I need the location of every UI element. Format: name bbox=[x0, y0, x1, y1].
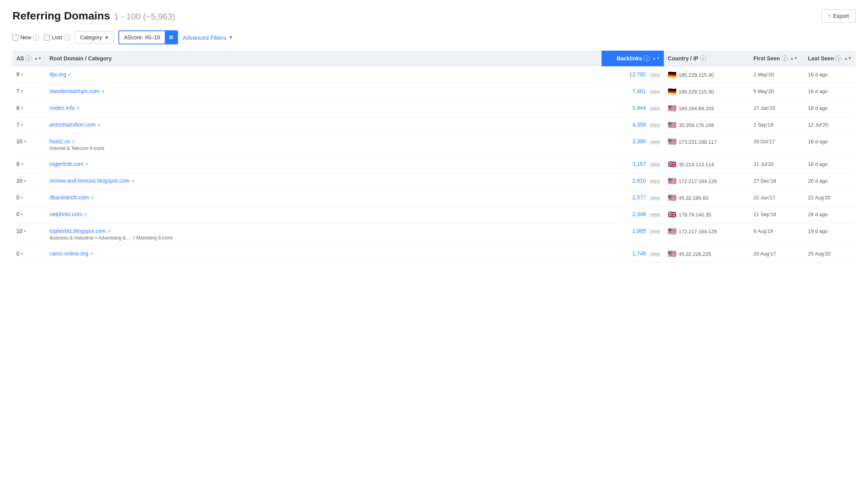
backlinks-cell: 12,792 view bbox=[605, 71, 660, 77]
col-header-backlinks[interactable]: Backlinks i ▲▼ bbox=[602, 51, 664, 67]
as-number: 7 bbox=[16, 122, 19, 128]
as-chevron-icon[interactable]: ▾ bbox=[24, 139, 26, 144]
last-seen-date: 20 d ago bbox=[808, 178, 828, 184]
cell-first-seen: 21 Sep'18 bbox=[750, 206, 804, 223]
country-flag: 🇺🇸 bbox=[668, 122, 676, 129]
new-info-icon: i bbox=[33, 34, 39, 40]
ip-address: 35.214.113.114 bbox=[679, 162, 714, 167]
cell-as: 0 ▾ bbox=[12, 190, 46, 206]
as-chevron-icon[interactable]: ▾ bbox=[21, 106, 23, 110]
domain-link[interactable]: topherbiz.blogspot.com↗ bbox=[49, 228, 111, 234]
domain-link[interactable]: camc-online.org↗ bbox=[49, 250, 93, 257]
cell-first-seen: 6 Aug'19 bbox=[750, 223, 804, 246]
external-link-icon: ↗ bbox=[107, 229, 111, 234]
domain-link[interactable]: dbardranch.com↗ bbox=[49, 194, 94, 201]
cell-domain: review-and-bonuss.blogspot.com↗ bbox=[46, 173, 602, 190]
cell-as: 9 ▾ bbox=[12, 156, 46, 173]
new-checkbox[interactable] bbox=[12, 35, 18, 40]
view-link[interactable]: view bbox=[650, 88, 660, 94]
as-value: 9 ▾ bbox=[16, 71, 42, 77]
as-chevron-icon[interactable]: ▾ bbox=[21, 162, 23, 166]
as-chevron-icon[interactable]: ▾ bbox=[21, 123, 23, 127]
lost-checkbox[interactable] bbox=[44, 35, 50, 40]
view-link[interactable]: view bbox=[650, 122, 660, 128]
cell-first-seen: 5 May'20 bbox=[750, 83, 804, 100]
backlinks-cell: 1,985 view bbox=[605, 228, 660, 234]
as-chevron-icon[interactable]: ▾ bbox=[24, 179, 26, 183]
external-link-icon: ↗ bbox=[90, 252, 93, 256]
view-link[interactable]: view bbox=[650, 211, 660, 217]
first-seen-date: 27 Jan'20 bbox=[753, 105, 775, 111]
country-cell: 🇺🇸 172.217.164.129 bbox=[668, 228, 746, 235]
as-number: 9 bbox=[16, 71, 19, 77]
lost-filter-label[interactable]: Lost i bbox=[44, 34, 70, 40]
domain-link[interactable]: rogertrott.com↗ bbox=[49, 161, 88, 167]
domain-link[interactable]: review-and-bonuss.blogspot.com↗ bbox=[49, 178, 134, 184]
table-row: 9 ▾ rogertrott.com↗ 3,157 view 🇬🇧 35.214… bbox=[12, 156, 856, 173]
country-cell: 🇬🇧 35.214.113.114 bbox=[668, 161, 746, 168]
as-chevron-icon[interactable]: ▾ bbox=[21, 195, 23, 200]
domain-link[interactable]: swedenstartups.com↗ bbox=[49, 88, 104, 94]
view-link[interactable]: view bbox=[650, 251, 660, 257]
last-seen-date: 19 d ago bbox=[808, 228, 828, 234]
view-link[interactable]: view bbox=[650, 178, 660, 184]
view-link[interactable]: view bbox=[650, 161, 660, 167]
as-chevron-icon[interactable]: ▾ bbox=[24, 229, 26, 233]
new-filter-label[interactable]: New i bbox=[12, 34, 39, 40]
as-value: 7 ▾ bbox=[16, 88, 42, 94]
view-link[interactable]: view bbox=[650, 72, 660, 77]
col-header-country: Country / IP i bbox=[664, 51, 750, 67]
category-dropdown[interactable]: Category ▼ bbox=[75, 31, 114, 44]
col-header-first-seen[interactable]: First Seen i ▲▼ bbox=[750, 51, 804, 67]
backlinks-cell: 2,577 view bbox=[605, 194, 660, 201]
as-number: 7 bbox=[16, 88, 19, 94]
as-value: 0 ▾ bbox=[16, 194, 42, 201]
domain-link[interactable]: 9ja.org↗ bbox=[49, 71, 71, 77]
view-link[interactable]: view bbox=[650, 228, 660, 234]
as-number: 0 bbox=[16, 250, 19, 257]
first-seen-date: 20 Aug'17 bbox=[753, 251, 776, 257]
cell-country: 🇩🇪 185.229.115.30 bbox=[664, 83, 750, 100]
as-value: 10 ▾ bbox=[16, 228, 42, 234]
country-flag: 🇺🇸 bbox=[668, 105, 676, 112]
col-header-last-seen[interactable]: Last Seen i ▲▼ bbox=[804, 51, 856, 67]
country-info-icon: i bbox=[700, 55, 706, 62]
backlinks-number: 1,749 bbox=[632, 250, 646, 257]
domain-link[interactable]: miden.info↗ bbox=[49, 105, 79, 111]
domain-link[interactable]: antonhamilton.com↗ bbox=[49, 122, 100, 128]
as-number: 0 bbox=[16, 194, 19, 201]
page-subtitle: 1 - 100 (~5,963) bbox=[114, 12, 175, 22]
domain-link[interactable]: nelphoto.com↗ bbox=[49, 211, 87, 217]
last-seen-date: 18 d ago bbox=[808, 161, 828, 167]
as-value: 10 ▾ bbox=[16, 138, 42, 144]
country-cell: 🇺🇸 35.209.176.149 bbox=[668, 122, 746, 129]
header-row: AS i ▲▼ Root Domain / Category Backlinks… bbox=[12, 51, 856, 67]
as-chevron-icon[interactable]: ▾ bbox=[21, 89, 23, 93]
backlinks-number: 1,985 bbox=[632, 228, 646, 234]
external-link-icon: ↗ bbox=[67, 72, 71, 77]
export-button[interactable]: ↑ Export bbox=[822, 9, 856, 23]
col-header-domain: Root Domain / Category bbox=[46, 51, 602, 67]
domain-link[interactable]: host2.us↗ bbox=[49, 138, 75, 144]
as-chevron-icon[interactable]: ▾ bbox=[21, 212, 23, 217]
view-link[interactable]: view bbox=[650, 139, 660, 144]
col-header-as[interactable]: AS i ▲▼ bbox=[12, 51, 46, 67]
view-link[interactable]: view bbox=[650, 105, 660, 111]
table-row: 10 ▾ topherbiz.blogspot.com↗Business & I… bbox=[12, 223, 856, 246]
cell-backlinks: 2,577 view bbox=[602, 190, 664, 206]
page-title: Referring Domains bbox=[12, 10, 110, 22]
view-link[interactable]: view bbox=[650, 195, 660, 201]
last-seen-date: 25 Aug'20 bbox=[808, 251, 830, 257]
lost-label: Lost bbox=[52, 34, 62, 40]
first-seen-date: 2 Sep'19 bbox=[753, 122, 773, 128]
cell-domain: topherbiz.blogspot.com↗Business & Indust… bbox=[46, 223, 602, 246]
as-chevron-icon[interactable]: ▾ bbox=[21, 72, 23, 77]
ascore-clear-button[interactable]: ✕ bbox=[165, 31, 177, 44]
as-chevron-icon[interactable]: ▾ bbox=[21, 252, 23, 256]
new-label: New bbox=[20, 34, 31, 40]
advanced-filters-button[interactable]: Advanced Filters ▼ bbox=[183, 34, 233, 41]
country-cell: 🇬🇧 178.79.140.35 bbox=[668, 211, 746, 218]
cell-as: 6 ▾ bbox=[12, 100, 46, 117]
ip-address: 35.209.176.149 bbox=[679, 122, 714, 128]
country-cell: 🇺🇸 173.231.198.117 bbox=[668, 138, 746, 145]
